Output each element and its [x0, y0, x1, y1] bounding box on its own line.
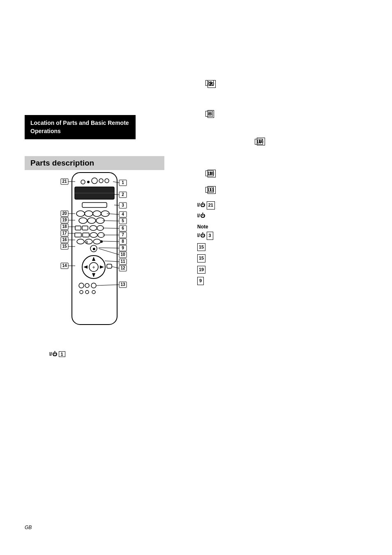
rc-badge-18: 18 — [208, 170, 216, 177]
svg-text:18: 18 — [62, 224, 67, 229]
svg-text:⏸: ⏸ — [85, 240, 88, 244]
svg-point-28 — [100, 240, 103, 243]
svg-text:9: 9 — [122, 246, 124, 250]
rc-badge-21: 21 — [207, 201, 215, 210]
svg-point-2 — [87, 181, 90, 183]
badge-1-bottom: 1 — [59, 351, 65, 357]
svg-text:6: 6 — [122, 226, 124, 230]
svg-text:+: + — [92, 265, 95, 270]
svg-text:12: 12 — [120, 266, 125, 270]
svg-text:11: 11 — [120, 259, 125, 264]
rc-badge-15a: 15 — [197, 243, 205, 251]
parts-desc-heading: Parts description — [25, 156, 164, 170]
svg-text:14: 14 — [62, 263, 67, 268]
svg-text:17: 17 — [62, 231, 67, 235]
rc-badge-16: 16 — [257, 138, 265, 145]
bottom-power-label: I/⏻ 1 — [49, 351, 65, 357]
rc-section-8: 8 — [208, 110, 364, 118]
rc-badge-20: 20 — [208, 80, 216, 88]
rc-badge-15b: 15 — [197, 254, 205, 263]
svg-text:21: 21 — [62, 179, 67, 184]
rc-section-20: 20 — [208, 80, 364, 89]
power-sym-standalone: I/⏻ — [197, 212, 205, 220]
rc-section-power-21: I/⏻ 21 I/⏻ Note I/⏻ 3 15 15 19 — [197, 201, 370, 288]
power-symbol-bottom: I/⏻ — [49, 351, 57, 357]
svg-text:3: 3 — [122, 203, 124, 207]
svg-text:7: 7 — [122, 233, 124, 237]
rc-section-18: 18 — [208, 170, 364, 177]
rc-section-16: 16 — [257, 138, 372, 145]
svg-text:16: 16 — [62, 237, 67, 242]
svg-text:5: 5 — [122, 219, 124, 223]
svg-text:15: 15 — [62, 244, 67, 249]
rc-badge-3-note: 3 — [207, 232, 213, 240]
rc-section-11: 11 — [208, 186, 364, 194]
remote-diagram: ⏸ ⏺ + — [49, 170, 140, 344]
svg-text:10: 10 — [120, 252, 125, 257]
rc-badge-19: 19 — [197, 266, 205, 274]
header-box: Location of Parts and Basic Remote Opera… — [25, 115, 136, 139]
svg-text:⏺: ⏺ — [92, 247, 96, 251]
svg-text:8: 8 — [122, 239, 124, 244]
gb-label: GB — [25, 525, 32, 530]
svg-text:13: 13 — [120, 282, 125, 287]
power-sym-21: I/⏻ — [197, 201, 205, 209]
rc-badge-9: 9 — [197, 277, 204, 285]
svg-text:4: 4 — [122, 212, 124, 216]
rc-badge-11: 11 — [208, 186, 216, 194]
header-title: Location of Parts and Basic Remote Opera… — [30, 120, 129, 134]
svg-text:1: 1 — [122, 180, 124, 185]
svg-text:19: 19 — [62, 218, 67, 222]
page: Location of Parts and Basic Remote Opera… — [0, 0, 392, 555]
power-sym-note: I/⏻ — [197, 232, 205, 240]
svg-text:2: 2 — [122, 192, 124, 197]
note-label: Note — [197, 224, 208, 230]
rc-badge-8: 8 — [208, 110, 214, 118]
svg-text:20: 20 — [62, 211, 67, 216]
